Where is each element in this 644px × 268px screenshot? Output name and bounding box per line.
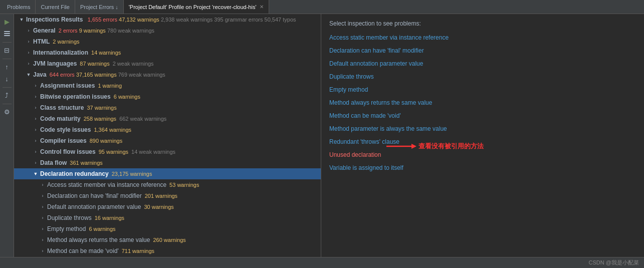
link-always-returns[interactable]: Method always returns the same value [329, 98, 636, 107]
tools-button[interactable]: ⚙ [2, 106, 13, 117]
expand-final-icon: › [39, 192, 46, 199]
tree-item-jvm[interactable]: › JVM languages 87 warnings 2 weak warni… [14, 58, 321, 69]
expand-empty-method-icon: › [39, 225, 46, 232]
expand-access-icon: › [39, 181, 46, 188]
expand-assignment-icon: › [32, 82, 39, 89]
tree-root[interactable]: ▼ Inspections Results 1,655 errors 47,13… [14, 14, 321, 25]
right-panel: Select inspection to see problems: Acces… [321, 14, 644, 257]
tab-project-errors[interactable]: Project Errors ↓ [75, 0, 124, 14]
export-button[interactable]: ⤴ [2, 90, 13, 101]
tree-item-style[interactable]: › Code style issues 1,364 warnings [14, 124, 321, 135]
tree-panel[interactable]: ▼ Inspections Results 1,655 errors 47,13… [14, 14, 321, 257]
tree-item-general[interactable]: › General 2 errors 9 warnings 780 weak w… [14, 25, 321, 36]
tab-current-file[interactable]: Current File [36, 0, 75, 14]
link-dup-throws[interactable]: Duplicate throws [329, 72, 636, 81]
filter-button[interactable]: ⊟ [2, 45, 13, 56]
tree-item-html[interactable]: › HTML 2 warnings [14, 36, 321, 47]
tree-item-default-annotation[interactable]: › Default annotation parameter value 30 … [14, 201, 321, 212]
svg-rect-1 [4, 33, 10, 34]
settings-button[interactable] [2, 28, 13, 39]
expand-jvm-icon: › [25, 60, 32, 67]
branding-text: CSDN @我是小配菜 [589, 259, 639, 266]
tree-item-decl-red[interactable]: ▼ Declaration redundancy 23,175 warnings [14, 168, 321, 179]
tree-item-dup-throws[interactable]: › Duplicate throws 16 warnings [14, 212, 321, 223]
link-made-void[interactable]: Method can be made 'void' [329, 111, 636, 120]
run-button[interactable]: ▶ [2, 16, 13, 27]
link-empty-method[interactable]: Empty method [329, 85, 636, 94]
tree-item-final-modifier[interactable]: › Declaration can have 'final' modifier … [14, 190, 321, 201]
expand-control-icon: › [32, 148, 39, 155]
link-final-modifier[interactable]: Declaration can have 'final' modifier [329, 46, 636, 55]
tree-item-control[interactable]: › Control flow issues 95 warnings 14 wea… [14, 146, 321, 157]
expand-compiler-icon: › [32, 137, 39, 144]
expand-html-icon: › [25, 38, 32, 45]
link-unused-decl[interactable]: Unused declaration [329, 150, 636, 159]
svg-rect-2 [4, 35, 10, 36]
expand-default-annot-icon: › [39, 203, 46, 210]
expand-made-void-icon: › [39, 247, 46, 254]
up-button[interactable]: ↑ [2, 61, 13, 72]
tree-item-bitwise[interactable]: › Bitwise operation issues 6 warnings [14, 91, 321, 102]
tree-item-dataflow[interactable]: › Data flow 361 warnings [14, 157, 321, 168]
expand-i18n-icon: › [25, 49, 32, 56]
separator-1 [3, 42, 12, 43]
tree-item-always-returns[interactable]: › Method always returns the same value 2… [14, 234, 321, 245]
expand-dup-throws-icon: › [39, 214, 46, 221]
link-var-assigned[interactable]: Variable is assigned to itself [329, 163, 636, 172]
expand-java-icon: ▼ [25, 71, 32, 78]
tree-item-i18n[interactable]: › Internationalization 14 warnings [14, 47, 321, 58]
separator-2 [3, 59, 12, 59]
expand-maturity-icon: › [32, 115, 39, 122]
tree-item-assignment[interactable]: › Assignment issues 1 warning [14, 80, 321, 91]
expand-always-returns-icon: › [39, 236, 46, 243]
link-access-static[interactable]: Access static member via instance refere… [329, 33, 636, 42]
link-default-annotation[interactable]: Default annotation parameter value [329, 59, 636, 68]
tree-item-compiler[interactable]: › Compiler issues 890 warnings [14, 135, 321, 146]
expand-root-icon: ▼ [18, 16, 25, 23]
tree-item-access-static[interactable]: › Access static member via instance refe… [14, 179, 321, 190]
tab-problems[interactable]: Problems [2, 0, 36, 14]
bottom-bar: CSDN @我是小配菜 [0, 257, 644, 268]
expand-general-icon: › [25, 27, 32, 34]
right-panel-header: Select inspection to see problems: [329, 20, 636, 27]
main-content: ▶ ⊟ ↑ ↓ ⤴ ⚙ ▼ Inspections Results 1,655 … [0, 14, 644, 257]
expand-decl-icon: ▼ [32, 170, 39, 177]
tree-item-class[interactable]: › Class structure 37 warnings [14, 102, 321, 113]
tab-project-default[interactable]: 'Project Default' Profile on Project 're… [124, 0, 269, 14]
tree-item-maturity[interactable]: › Code maturity 258 warnings 662 weak wa… [14, 113, 321, 124]
svg-rect-0 [4, 31, 10, 32]
expand-bitwise-icon: › [32, 93, 39, 100]
expand-class-icon: › [32, 104, 39, 111]
link-redundant-throws[interactable]: Redundant 'throws' clause [329, 137, 636, 146]
link-param-same[interactable]: Method parameter is always the same valu… [329, 124, 636, 133]
left-toolbar: ▶ ⊟ ↑ ↓ ⤴ ⚙ [0, 14, 14, 257]
separator-3 [3, 87, 12, 88]
expand-dataflow-icon: › [32, 159, 39, 166]
tab-bar: Problems Current File Project Errors ↓ '… [0, 0, 644, 14]
tree-item-java[interactable]: ▼ Java 644 errors 37,165 warnings 769 we… [14, 69, 321, 80]
tree-item-empty-method[interactable]: › Empty method 6 warnings [14, 223, 321, 234]
separator-4 [3, 104, 12, 104]
tree-item-made-void[interactable]: › Method can be made 'void' 711 warnings [14, 245, 321, 256]
down-button[interactable]: ↓ [2, 73, 13, 84]
tab-close-icon[interactable]: ✕ [260, 4, 264, 10]
expand-style-icon: › [32, 126, 39, 133]
